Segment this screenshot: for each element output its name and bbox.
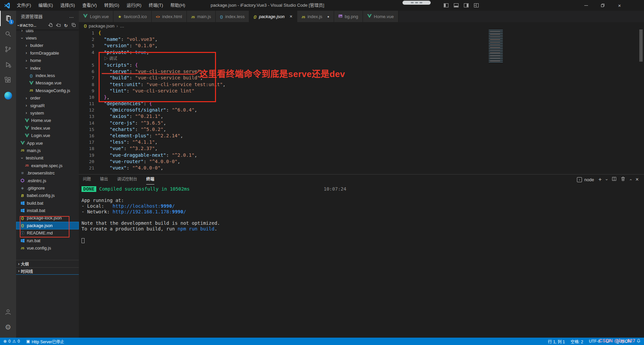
menu-item[interactable]: 查看(V) xyxy=(78,0,100,11)
breadcrumb-file[interactable]: package.json xyxy=(89,23,115,28)
menu-item[interactable]: 帮助(H) xyxy=(167,0,189,11)
minimap[interactable] xyxy=(488,28,506,63)
code-line[interactable]: 13 "axios": "^0.21.1", xyxy=(79,113,644,120)
panel-tab-输出[interactable]: 输出 xyxy=(100,175,108,185)
tree-item-run.bat[interactable]: run.bat xyxy=(16,237,79,244)
refresh-icon[interactable]: ↻ xyxy=(63,23,68,28)
tree-item-index[interactable]: ›index xyxy=(16,64,79,72)
terminal-output[interactable]: DONECompiled successfully in 10502ms10:0… xyxy=(82,186,641,243)
tree-item-.gitignore[interactable]: ◈.gitignore xyxy=(16,184,79,192)
terminal-link[interactable]: http://localhost:9990/ xyxy=(113,203,175,209)
new-terminal-icon[interactable]: + xyxy=(598,176,602,183)
collapse-folders-icon[interactable] xyxy=(71,23,76,28)
tab-package.json[interactable]: {}package.json× xyxy=(249,11,297,22)
tab-main.js[interactable]: JSmain.js xyxy=(187,11,216,22)
tree-item-views[interactable]: ›views xyxy=(16,34,79,42)
menu-item[interactable]: 转到(G) xyxy=(101,0,123,11)
tree-item-index.less[interactable]: {}index.less xyxy=(16,72,79,79)
timeline-section[interactable]: ›时间线 xyxy=(16,267,79,275)
tree-item-babel.config.js[interactable]: Bbabel.config.js xyxy=(16,192,79,199)
status-UTF8[interactable]: UTF-8 xyxy=(589,339,600,344)
tree-item-build.bat[interactable]: build.bat xyxy=(16,199,79,207)
tree-item-App.vue[interactable]: App.vue xyxy=(16,139,79,147)
close-window-button[interactable]: × xyxy=(611,0,628,11)
code-line[interactable]: 12 "@microsoft/signalr": "^6.0.4", xyxy=(79,107,644,113)
status-11[interactable]: 行 1, 列 1 xyxy=(548,339,565,344)
outline-section[interactable]: ›大纲 xyxy=(16,260,79,267)
toggle-secondary-sidebar-icon[interactable] xyxy=(464,3,469,8)
menu-item[interactable]: 选择(S) xyxy=(57,0,78,11)
activity-search-icon[interactable] xyxy=(0,26,16,42)
code-line[interactable]: 3 "version": "0.1.0", xyxy=(79,43,644,49)
activity-extensions-icon[interactable] xyxy=(0,72,16,88)
split-terminal-icon[interactable] xyxy=(612,177,616,183)
tree-item-signalR[interactable]: ›signalR xyxy=(16,102,79,109)
kill-terminal-icon[interactable] xyxy=(621,177,625,183)
restore-button[interactable] xyxy=(594,0,611,11)
maximize-panel-icon[interactable]: › xyxy=(628,179,633,180)
accounts-icon[interactable] xyxy=(0,304,16,320)
new-file-icon[interactable] xyxy=(48,23,53,28)
code-line[interactable]: 2 "name": "vol.vue3", xyxy=(79,36,644,43)
warnings-count[interactable]: 0 xyxy=(18,339,20,344)
code-line[interactable]: 18 "vue": "^3.2.37", xyxy=(79,145,644,152)
panel-tab-调试控制台[interactable]: 调试控制台 xyxy=(117,175,137,185)
toggle-panel-icon[interactable] xyxy=(453,3,459,8)
tree-item-home[interactable]: ›home xyxy=(16,57,79,64)
tab-Login.vue[interactable]: Login.vue xyxy=(79,11,113,22)
tree-item-Message.vue[interactable]: Message.vue xyxy=(16,79,79,87)
tree-item-.eslintrc.js[interactable]: .eslintrc.js xyxy=(16,177,79,184)
breadcrumb-more[interactable]: … xyxy=(120,23,124,28)
code-line[interactable]: 16 "element-plus": "^2.2.14", xyxy=(79,133,644,139)
tree-item-order[interactable]: ›order xyxy=(16,94,79,102)
terminal-shell-label[interactable]: node xyxy=(584,177,594,182)
minimize-button[interactable] xyxy=(578,0,594,11)
settings-gear-icon[interactable]: ⚙ xyxy=(0,320,16,335)
warnings-icon[interactable]: ⚠ xyxy=(12,339,16,344)
tab-index.less[interactable]: {}index.less xyxy=(216,11,249,22)
tree-item-formDraggable[interactable]: ›formDraggable xyxy=(16,49,79,57)
code-line[interactable]: 20 "vue-router": "^4.0.0-0", xyxy=(79,158,644,165)
tree-item-tests-unit[interactable]: ›tests\unit xyxy=(16,154,79,162)
panel-tab-问题[interactable]: 问题 xyxy=(83,175,91,185)
tree-item-main.js[interactable]: JSmain.js xyxy=(16,147,79,154)
terminal-link[interactable]: http://192.168.1.178:9990/ xyxy=(113,209,186,214)
http-server-icon[interactable]: ▣ xyxy=(26,339,30,344)
tree-item-example.spec.js[interactable]: JSexample.spec.js xyxy=(16,162,79,169)
customize-layout-icon[interactable] xyxy=(474,3,479,8)
activity-source-control-icon[interactable] xyxy=(0,42,16,57)
code-line[interactable]: 21 "vuex": "^4.0.0-0", xyxy=(79,165,644,171)
toggle-sidebar-icon[interactable] xyxy=(443,3,449,8)
activity-explorer-icon[interactable]: 1 xyxy=(0,11,16,26)
tree-item-Login.vue[interactable]: Login.vue xyxy=(16,132,79,139)
code-line[interactable]: 15 "echarts": "^5.0.2", xyxy=(79,126,644,133)
tab-index.js[interactable]: JSindex.js● xyxy=(297,11,334,22)
tab-index.html[interactable]: <>index.html xyxy=(152,11,187,22)
terminal-dropdown-icon[interactable]: › xyxy=(604,179,609,180)
breadcrumb[interactable]: {} package.json › … xyxy=(79,22,644,29)
tree-item-builder[interactable]: ›builder xyxy=(16,42,79,49)
http-server-status[interactable]: Http Server已停止 xyxy=(32,339,64,344)
tree-item-install.bat[interactable]: install.bat xyxy=(16,207,79,214)
tree-item-MessageConfig.js[interactable]: JSMessageConfig.js xyxy=(16,87,79,94)
menu-item[interactable]: 编辑(E) xyxy=(35,0,57,11)
terminal-cursor[interactable] xyxy=(82,238,85,243)
code-line[interactable]: 19 "vue-draggable-next": "^2.0.1", xyxy=(79,152,644,158)
editor-scrollbar[interactable] xyxy=(639,28,643,62)
tree-item-vue.config.js[interactable]: JSvue.config.js xyxy=(16,244,79,252)
tree-item-.browserslistrc[interactable]: ≡.browserslistrc xyxy=(16,169,79,177)
status-2[interactable]: 空格: 2 xyxy=(571,339,583,344)
activity-run-debug-icon[interactable] xyxy=(0,57,16,72)
project-section-header[interactable]: › IFACTO... ↻ xyxy=(16,21,79,29)
errors-icon[interactable]: ⊗ xyxy=(3,339,7,344)
menu-item[interactable]: 运行(R) xyxy=(123,0,145,11)
activity-edge-browser-icon[interactable] xyxy=(0,88,16,103)
tree-item-system[interactable]: ›system xyxy=(16,109,79,117)
close-panel-icon[interactable]: × xyxy=(636,177,639,183)
panel-tab-终端[interactable]: 终端 xyxy=(146,175,154,185)
menu-item[interactable]: 文件(F) xyxy=(13,0,35,11)
sidebar-more-actions-icon[interactable]: … xyxy=(69,13,74,19)
code-line[interactable]: 1{ xyxy=(79,30,644,36)
tree-item-Home.vue[interactable]: Home.vue xyxy=(16,117,79,124)
notifications-bell-icon[interactable] xyxy=(637,339,641,344)
